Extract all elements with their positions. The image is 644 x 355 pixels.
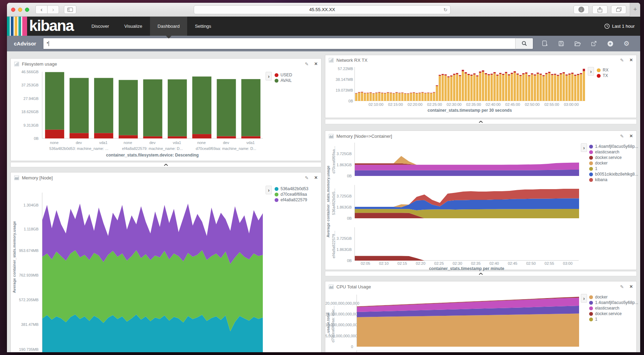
close-window-button[interactable] [11, 8, 15, 12]
bar-segment [531, 73, 533, 74]
new-dashboard-button[interactable] [537, 41, 553, 47]
memory-container-subchart[interactable] [354, 227, 579, 261]
bar-segment [453, 74, 455, 75]
legend-item[interactable]: TX [597, 73, 634, 78]
cpu-chart[interactable] [357, 295, 579, 347]
bar-segment [554, 74, 557, 75]
tab-overview-button[interactable] [611, 5, 626, 14]
memory-container-subchart[interactable] [354, 143, 579, 176]
close-panel-icon[interactable]: ✕ [629, 284, 633, 289]
tab-visualize[interactable]: Visualize [117, 17, 150, 36]
downloads-button[interactable]: ↓ [574, 5, 589, 14]
share-button[interactable] [592, 5, 608, 14]
legend-collapse-chevron[interactable]: › [581, 143, 587, 152]
filesystem-chart[interactable] [42, 72, 263, 138]
legend-item[interactable]: b0051cikixlbz8ehlkg8... [589, 172, 636, 177]
query-input[interactable]: * [43, 38, 515, 49]
legend-item[interactable]: 1.4oamfjl0acuo5y68p... [589, 144, 636, 149]
stacked-area-svg [357, 295, 579, 347]
edit-panel-icon[interactable]: ✎ [305, 175, 309, 180]
bar-segment [419, 93, 421, 93]
legend-item[interactable]: AVAIL [275, 78, 320, 83]
reload-icon[interactable]: ↻ [443, 7, 448, 12]
tab-discover[interactable]: Discover [84, 17, 117, 36]
x-tick-label: 02:15:00 [388, 102, 403, 107]
network-chart[interactable] [354, 67, 585, 101]
add-visualization-button[interactable]: + [602, 41, 618, 47]
y-tick-label: 0 [325, 345, 353, 349]
panel-header[interactable]: Memory [Node] ✎✕ [11, 172, 321, 183]
bar-segment [119, 135, 138, 139]
edit-panel-icon[interactable]: ✎ [620, 134, 624, 139]
legend-item[interactable]: 536a482b0d53 [275, 186, 320, 191]
tab-settings[interactable]: Settings [187, 17, 219, 36]
timepicker[interactable]: Last 1 hour [604, 17, 640, 36]
panel-collapse-toggle[interactable] [325, 119, 637, 124]
bar-segment [459, 76, 461, 101]
bar-segment [468, 74, 470, 75]
dashboard-options-button[interactable]: ⚙ [618, 40, 635, 47]
close-panel-icon[interactable]: ✕ [314, 61, 318, 66]
memory-node-chart[interactable] [42, 193, 263, 352]
panel-network-rx-tx: Network RX TX ✎✕ 57.22MB38.147MB19.073MB… [325, 55, 637, 118]
legend-item[interactable]: elasticsearch [589, 150, 636, 154]
chevron-up-icon [479, 121, 483, 123]
legend-item[interactable]: docker [589, 295, 636, 299]
memory-container-subchart[interactable] [354, 185, 579, 218]
legend-item[interactable]: docker.service [589, 155, 636, 160]
edit-panel-icon[interactable]: ✎ [305, 61, 309, 67]
close-panel-icon[interactable]: ✕ [629, 58, 633, 62]
close-panel-icon[interactable]: ✕ [629, 134, 633, 138]
legend-item[interactable]: elasticsearch [589, 306, 636, 311]
chrome-right-buttons: ↓ [574, 5, 626, 14]
zoom-window-button[interactable] [25, 8, 29, 12]
legend-item[interactable]: ef4a8a822579 [275, 197, 320, 202]
legend-collapse-chevron[interactable]: › [266, 72, 272, 81]
group-label: d70cea6f69aa: machine_name: D... [189, 146, 263, 151]
sidebar-button[interactable] [64, 5, 76, 14]
open-dashboard-button[interactable] [569, 41, 586, 46]
bar-segment [482, 70, 484, 72]
text-cursor [49, 41, 49, 46]
panel-collapse-toggle[interactable] [10, 162, 321, 167]
legend-item[interactable]: 1 [589, 166, 636, 171]
forward-button[interactable]: › [47, 5, 59, 14]
sidebar-icon [67, 8, 73, 12]
bar-segment [143, 79, 162, 136]
back-button[interactable]: ‹ [35, 5, 47, 14]
legend-item[interactable]: docker [589, 161, 636, 166]
new-tab-button[interactable]: + [630, 3, 640, 17]
minimize-window-button[interactable] [18, 8, 22, 12]
bar-segment [416, 93, 418, 93]
bar-segment [416, 93, 418, 101]
search-button[interactable] [515, 38, 533, 49]
save-dashboard-button[interactable] [553, 41, 569, 46]
legend-collapse-chevron[interactable]: › [581, 294, 587, 303]
tab-dashboard[interactable]: Dashboard [150, 17, 187, 36]
y-tick-label: 19.073MB [325, 88, 353, 92]
export-icon [591, 41, 596, 46]
edit-panel-icon[interactable]: ✎ [620, 284, 624, 289]
legend-item[interactable]: d70cea6f69aa [275, 192, 320, 197]
edit-panel-icon[interactable]: ✎ [620, 58, 624, 63]
address-bar[interactable]: 45.55.XX.XX ↻ [194, 5, 451, 14]
panel-header[interactable]: Filesystem usage ✎✕ [11, 59, 321, 69]
panel-header[interactable]: Network RX TX ✎✕ [325, 55, 636, 65]
bar-segment [462, 71, 464, 101]
x-tick-label: 02:55:00 [544, 102, 559, 107]
legend-item[interactable]: USED [275, 73, 320, 77]
legend-item[interactable]: 1 [589, 317, 636, 322]
share-dashboard-button[interactable] [586, 41, 602, 46]
legend-item[interactable]: RX [597, 68, 634, 73]
panel-header[interactable]: CPU Total Usage ✎✕ [325, 281, 636, 292]
panel-collapse-toggle[interactable] [325, 271, 637, 276]
legend-item[interactable]: docker.service [589, 311, 636, 316]
x-tick-label: 02:05 [361, 261, 370, 265]
panel-header[interactable]: Memory [Node=>Container] ✎✕ [325, 131, 636, 141]
legend-item[interactable]: 1.4oamfjl0acuo5y68p... [589, 300, 636, 305]
legend-item[interactable]: kibana [589, 177, 636, 182]
close-panel-icon[interactable]: ✕ [314, 175, 318, 180]
legend-collapse-chevron[interactable]: › [588, 67, 594, 76]
legend-collapse-chevron[interactable]: › [266, 186, 272, 194]
y-tick-label: 9.313GB [11, 123, 39, 127]
